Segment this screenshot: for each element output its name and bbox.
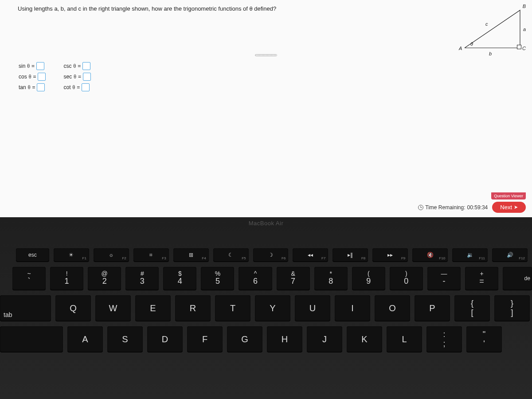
time-remaining: Time Remaining: 00:59:34 bbox=[418, 204, 488, 211]
key-lower: [ bbox=[471, 308, 473, 317]
clock-icon bbox=[418, 205, 423, 210]
key-l[interactable]: L bbox=[387, 326, 422, 352]
answer-col-1: sin θ = cos θ = tan θ = bbox=[19, 62, 46, 91]
fn-key-f11[interactable]: 🔉F11 bbox=[452, 248, 488, 262]
csc-input[interactable] bbox=[82, 62, 90, 70]
vertex-c-label: C bbox=[522, 46, 526, 51]
key-0[interactable]: )0 bbox=[390, 267, 423, 290]
fn-label: F5 bbox=[242, 256, 246, 260]
caps-key[interactable] bbox=[0, 326, 63, 352]
key-2[interactable]: @2 bbox=[88, 267, 121, 290]
key-lower: - bbox=[442, 277, 445, 286]
fn-label: sin bbox=[19, 63, 25, 69]
footer-bar: Time Remaining: 00:59:34 Next ➤ bbox=[418, 202, 526, 213]
key-p[interactable]: P bbox=[415, 295, 450, 321]
key-lower: ' bbox=[483, 339, 485, 348]
fn-key-f8[interactable]: ▸‖F8 bbox=[332, 248, 368, 262]
key-8[interactable]: *8 bbox=[314, 267, 348, 290]
tan-input[interactable] bbox=[37, 83, 45, 91]
key-q[interactable]: Q bbox=[55, 295, 91, 321]
key-o[interactable]: O bbox=[375, 295, 410, 321]
key-t[interactable]: T bbox=[215, 295, 250, 321]
question-viewer-tab[interactable]: Question Viewer bbox=[491, 192, 526, 200]
key-=[interactable]: += bbox=[465, 267, 498, 290]
fn-key-row: esc☀F1☼F2⌗F3⊞F4☾F5☽F6◂◂F7▸‖F8▸▸F9🔇F10🔉F1… bbox=[16, 248, 528, 262]
cos-input[interactable] bbox=[38, 73, 46, 81]
key--[interactable]: —- bbox=[427, 267, 461, 290]
fn-label: F9 bbox=[401, 256, 405, 260]
fn-symbol: ▸‖ bbox=[348, 252, 353, 258]
fn-key-f2[interactable]: ☼F2 bbox=[94, 248, 129, 262]
key-h[interactable]: H bbox=[267, 326, 302, 352]
fn-key-f12[interactable]: 🔊F12 bbox=[492, 248, 528, 262]
time-label: Time Remaining: bbox=[425, 204, 465, 211]
esc-key[interactable]: esc bbox=[16, 248, 49, 262]
key-`[interactable]: ~` bbox=[12, 267, 46, 290]
key-upper: ( bbox=[368, 270, 370, 277]
fn-key-f1[interactable]: ☀F1 bbox=[54, 248, 89, 262]
fn-label: F12 bbox=[519, 256, 525, 260]
key-lower: 3 bbox=[140, 277, 145, 286]
answer-col-2: csc θ = sec θ = cot θ = bbox=[63, 62, 90, 91]
key-e[interactable]: E bbox=[135, 295, 171, 321]
tab-key[interactable]: tab bbox=[0, 295, 51, 321]
key-upper: + bbox=[480, 270, 483, 277]
drag-handle[interactable] bbox=[255, 54, 277, 56]
key-4[interactable]: $4 bbox=[163, 267, 196, 290]
fn-label: sec bbox=[63, 74, 72, 80]
eq-sign: = bbox=[78, 74, 81, 80]
delete-key[interactable]: de bbox=[503, 267, 532, 290]
fn-key-f7[interactable]: ◂◂F7 bbox=[293, 248, 328, 262]
key-3[interactable]: #3 bbox=[125, 267, 159, 290]
fn-key-f10[interactable]: 🔇F10 bbox=[412, 248, 448, 262]
fn-label: tan bbox=[19, 84, 26, 90]
theta-var: θ bbox=[73, 63, 76, 70]
cos-row: cos θ = bbox=[19, 73, 46, 81]
fn-key-f9[interactable]: ▸▸F9 bbox=[372, 248, 408, 262]
key-upper: { bbox=[471, 299, 473, 308]
theta-var: θ bbox=[72, 84, 75, 91]
key-r[interactable]: R bbox=[175, 295, 211, 321]
key-lower: 1 bbox=[65, 277, 69, 286]
next-button[interactable]: Next ➤ bbox=[492, 202, 526, 213]
punct-key[interactable]: "' bbox=[466, 326, 502, 352]
key-k[interactable]: K bbox=[347, 326, 382, 352]
key-d[interactable]: D bbox=[147, 326, 183, 352]
key-upper: } bbox=[511, 299, 513, 308]
key-u[interactable]: U bbox=[295, 295, 330, 321]
cot-input[interactable] bbox=[82, 83, 90, 91]
key-i[interactable]: I bbox=[335, 295, 370, 321]
key-y[interactable]: Y bbox=[255, 295, 290, 321]
sin-input[interactable] bbox=[36, 62, 44, 70]
key-1[interactable]: !1 bbox=[50, 267, 83, 290]
arrow-icon: ➤ bbox=[514, 204, 518, 210]
key-lower: 8 bbox=[329, 277, 333, 286]
key-lower: ] bbox=[511, 308, 513, 317]
key-w[interactable]: W bbox=[95, 295, 131, 321]
key-5[interactable]: %5 bbox=[201, 267, 234, 290]
punct-key[interactable]: :; bbox=[426, 326, 462, 352]
fn-key-f6[interactable]: ☽F6 bbox=[253, 248, 289, 262]
fn-label: cos bbox=[19, 74, 27, 80]
key-j[interactable]: J bbox=[307, 326, 342, 352]
fn-key-f5[interactable]: ☾F5 bbox=[213, 248, 249, 262]
bracket-key[interactable]: {[ bbox=[454, 295, 490, 321]
key-f[interactable]: F bbox=[187, 326, 223, 352]
fn-key-f3[interactable]: ⌗F3 bbox=[133, 248, 169, 262]
key-7[interactable]: &7 bbox=[277, 267, 310, 290]
key-6[interactable]: ^6 bbox=[239, 267, 272, 290]
side-b-label: b bbox=[489, 51, 492, 56]
question-text: Using lengths a, b, and c in the right t… bbox=[18, 5, 276, 12]
fn-symbol: ☀ bbox=[69, 252, 74, 258]
key-a[interactable]: A bbox=[67, 326, 103, 352]
key-upper: " bbox=[483, 330, 485, 339]
tan-row: tan θ = bbox=[19, 83, 46, 91]
fn-label: F6 bbox=[282, 256, 286, 260]
key-g[interactable]: G bbox=[227, 326, 262, 352]
sec-input[interactable] bbox=[83, 73, 91, 81]
key-s[interactable]: S bbox=[107, 326, 143, 352]
fn-label: F1 bbox=[82, 256, 86, 260]
fn-key-f4[interactable]: ⊞F4 bbox=[173, 248, 209, 262]
bracket-key[interactable]: }] bbox=[494, 295, 530, 321]
key-9[interactable]: (9 bbox=[352, 267, 385, 290]
